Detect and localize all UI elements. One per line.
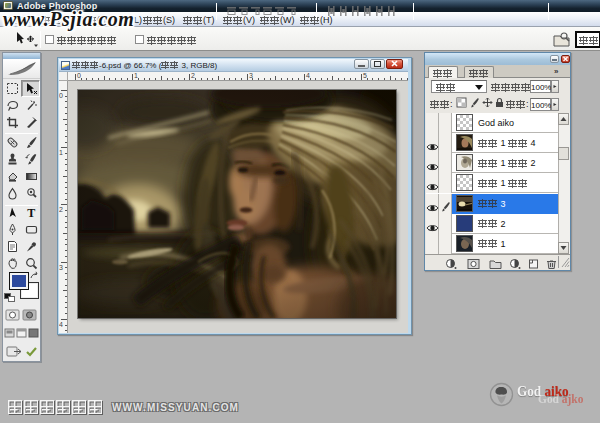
svg-text:T: T	[27, 206, 35, 219]
